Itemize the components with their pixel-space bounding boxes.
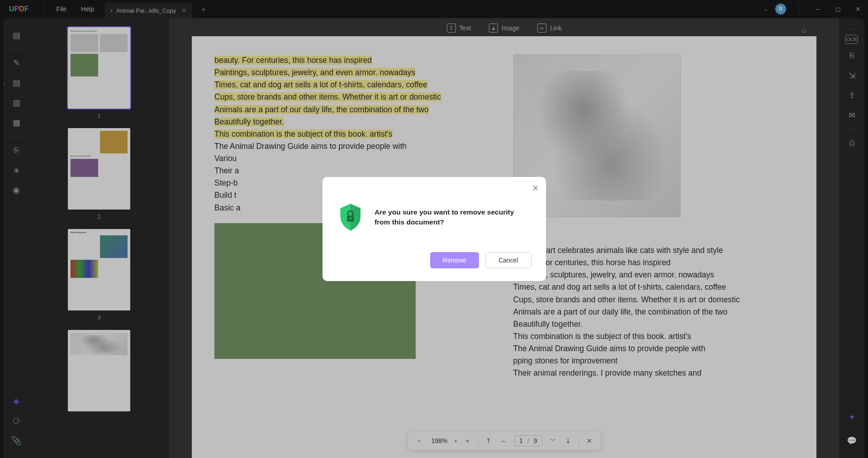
shield-lock-icon	[337, 197, 364, 238]
modal-overlay: ✕ Are you sure you want to remove securi…	[0, 0, 868, 458]
remove-button[interactable]: Remove	[430, 252, 479, 268]
remove-security-dialog: ✕ Are you sure you want to remove securi…	[323, 177, 546, 281]
svg-point-1	[349, 217, 351, 219]
cancel-button[interactable]: Cancel	[485, 252, 531, 268]
dialog-close-icon[interactable]: ✕	[532, 183, 539, 193]
dialog-message: Are you sure you want to remove security…	[375, 207, 531, 227]
